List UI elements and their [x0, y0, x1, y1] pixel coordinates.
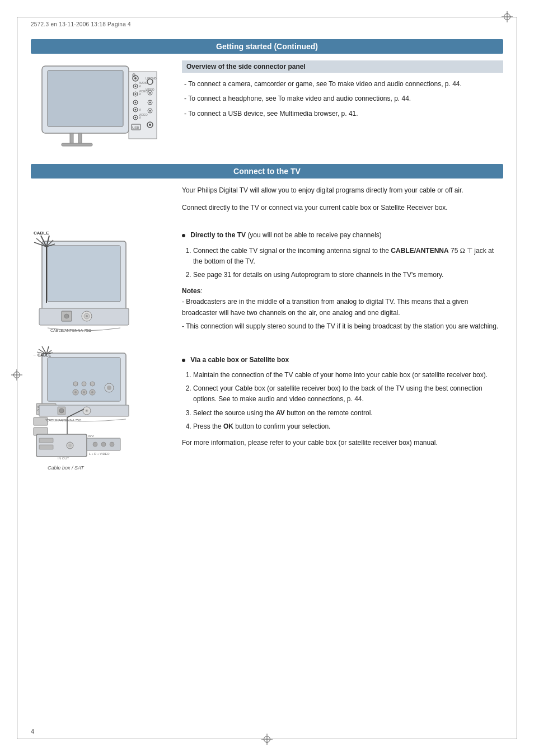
tv-illustration-svg: 🎧 V AUDIO V VIDEO V [36, 60, 165, 153]
svg-rect-40 [48, 246, 120, 302]
svg-text:VIDEO: VIDEO [146, 88, 154, 91]
svg-point-31 [149, 92, 151, 94]
cable-diagram: CABLE CABLE/ANTENNA 75Ω [31, 224, 160, 336]
reg-mark-center-left [11, 369, 22, 381]
svg-point-68 [83, 391, 85, 393]
svg-text:V: V [139, 108, 141, 111]
svg-point-18 [135, 102, 137, 104]
connector-item-1: To connect a camera, camcorder or game, … [182, 78, 503, 90]
svg-point-10 [135, 86, 137, 87]
connector-item-3: To connect a USB device, see Multimedia … [182, 108, 503, 119]
cable-box-footer: For more information, please refer to yo… [182, 438, 503, 448]
connect-tv-title: Connect to the TV [31, 164, 503, 179]
svg-text:VIDEO: VIDEO [139, 113, 148, 116]
svg-point-78 [59, 408, 64, 413]
connect-tv-text: Your Philips Digital TV will allow you t… [182, 185, 503, 476]
svg-rect-4 [62, 143, 92, 146]
notes-list: Broadcasters are in the middle of a tran… [182, 297, 503, 332]
svg-point-36 [149, 110, 151, 112]
svg-rect-63 [34, 417, 48, 425]
svg-text:Cable box / SAT: Cable box / SAT [48, 465, 85, 471]
direct-tv-title: Directly to the TV [190, 231, 246, 239]
reg-mark-bottom-center [261, 734, 273, 745]
bullet-dot-2 [182, 359, 185, 362]
svg-text:IN  OUT: IN OUT [58, 457, 69, 460]
svg-point-90 [93, 442, 97, 447]
direct-tv-step-2: See page 31 for details on using Autopro… [193, 270, 503, 280]
doc-header: 2572.3 en 13-11-2006 13:18 Pagina 4 [31, 21, 131, 27]
cable-box-step-3: Select the source using the AV button on… [193, 408, 503, 419]
svg-text:V: V [139, 84, 141, 88]
svg-point-51 [64, 314, 69, 318]
subsection-title: Overview of the side connector panel [182, 60, 503, 73]
svg-point-34 [149, 102, 151, 104]
svg-point-14 [135, 93, 137, 95]
svg-point-91 [101, 442, 106, 447]
notes-title: Notes [182, 287, 200, 295]
svg-point-20 [135, 109, 137, 111]
svg-text:AUDIO: AUDIO [139, 81, 148, 84]
connect-tv-content: CABLE CABLE/ANTENNA 75Ω [31, 185, 503, 476]
intro-text-1: Your Philips Digital TV will allow you t… [182, 185, 503, 196]
cable-box-title: Via a cable box or Satellite box [190, 356, 289, 364]
connector-list: To connect a camera, camcorder or game, … [182, 78, 503, 119]
connector-item-2: To connect a headphone, see To make vide… [182, 93, 503, 104]
svg-point-23 [135, 117, 137, 119]
cable-box-steps: Maintain the connection of the TV cable … [193, 370, 503, 432]
svg-rect-84 [39, 438, 53, 443]
svg-point-72 [82, 382, 86, 386]
sat-diagram: → CABLE CABLE SPLITTER [31, 348, 160, 476]
page-border-top [17, 17, 517, 17]
svg-point-66 [74, 391, 77, 393]
connector-info-panel: Overview of the side connector panel To … [182, 60, 503, 153]
reg-mark-top-right [502, 11, 513, 22]
svg-rect-85 [39, 445, 53, 449]
svg-point-81 [86, 410, 88, 412]
page-border-right [517, 17, 517, 739]
svg-text:🎧: 🎧 [132, 73, 136, 77]
svg-rect-2 [70, 133, 73, 143]
cable-box-step-4: Press the OK button to confirm your sele… [193, 421, 503, 432]
direct-tv-heading: Directly to the TV (you will not be able… [182, 230, 503, 241]
connect-tv-section: Connect to the TV [31, 164, 503, 476]
svg-rect-3 [78, 133, 82, 143]
sat-diagram-svg: → CABLE CABLE SPLITTER [31, 348, 160, 482]
direct-tv-steps: Connect the cable TV signal or the incom… [193, 246, 503, 281]
direct-tv-step-1: Connect the cable TV signal or the incom… [193, 246, 503, 267]
svg-point-92 [110, 442, 114, 447]
svg-point-87 [68, 444, 72, 447]
page-number: 4 [31, 728, 34, 735]
svg-point-71 [73, 382, 78, 386]
note-2: This connection will supply stereo sound… [182, 321, 503, 332]
svg-point-7 [134, 77, 137, 79]
svg-rect-1 [48, 71, 123, 126]
intro-text-2: Connect directly to the TV or connect vi… [182, 203, 503, 213]
cable-box-step-2: Connect your Cable box (or satellite rec… [193, 383, 503, 405]
svg-point-73 [90, 382, 95, 386]
svg-point-75 [107, 386, 111, 390]
svg-text:L/MONO: L/MONO [146, 77, 157, 80]
svg-text:USB: USB [132, 126, 139, 129]
svg-point-38 [149, 124, 151, 126]
svg-text:AV2:: AV2: [88, 434, 95, 438]
cable-box-step-1: Maintain the connection of the TV cable … [193, 370, 503, 381]
cable-box-heading: Via a cable box or Satellite box [182, 355, 503, 365]
notes-section: Notes: Broadcasters are in the middle of… [182, 286, 503, 332]
tv-illustration-panel: 🎧 V AUDIO V VIDEO V [31, 60, 171, 153]
svg-point-70 [91, 391, 93, 393]
cable-diagram-svg: CABLE CABLE/ANTENNA 75Ω [31, 224, 160, 336]
svg-text:CABLE: CABLE [34, 231, 49, 236]
note-1: Broadcasters are in the middle of a tran… [182, 297, 503, 318]
bullet-dot-1 [182, 234, 185, 237]
svg-text:L + R + VIDEO: L + R + VIDEO [89, 452, 110, 456]
getting-started-content: 🎧 V AUDIO V VIDEO V [31, 60, 503, 153]
direct-tv-subtitle: (you will not be able to receive pay cha… [247, 231, 381, 239]
getting-started-section: Getting started (Continued) [31, 39, 503, 153]
getting-started-title: Getting started (Continued) [31, 39, 503, 54]
diagrams-panel: CABLE CABLE/ANTENNA 75Ω [31, 185, 171, 476]
svg-point-54 [86, 315, 88, 317]
